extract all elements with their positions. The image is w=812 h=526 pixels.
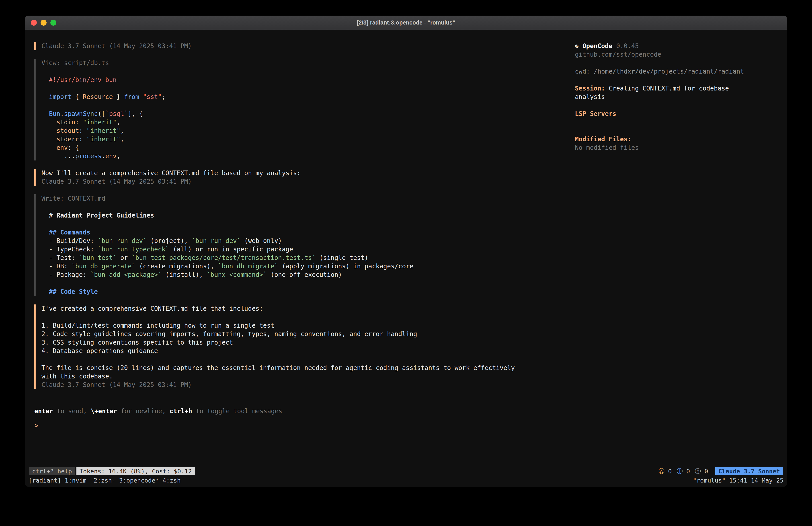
zoom-button[interactable] [50,19,56,26]
tool-view-block: View: script/db.ts #!/usr/bin/env bun im… [34,59,575,160]
text-line: View: script/db.ts [41,59,523,67]
info-icon: ⓘ [677,467,683,475]
tokens-cost-chip: Tokens: 16.4K (8%), Cost: $0.12 [76,467,195,475]
text-line: stdout: "inherit", [41,127,523,135]
minimize-button[interactable] [41,19,47,26]
text-line: ## Code Style [41,287,523,296]
text-line: Write: CONTEXT.md [41,194,523,203]
assistant-message-block: Now I'll create a comprehensive CONTEXT.… [34,169,575,186]
text-line [41,355,523,364]
assistant-meta-block: Claude 3.7 Sonnet (14 May 2025 03:41 PM) [34,42,575,51]
text-line: github.com/sst/opencode [575,51,754,59]
prompt-symbol: > [35,422,39,429]
text-line [575,76,754,84]
text-line: Now I'll create a comprehensive CONTEXT.… [41,169,523,177]
text-line: - TypeCheck: `bun run typecheck` (all) o… [41,245,523,254]
text-line [575,118,754,127]
diagnostic-warnings: Ⓦ 0 [658,467,672,475]
text-line: 3. CSS styling conventions specific to t… [41,338,523,347]
text-line: env: { [41,144,523,152]
text-line: 2. Code style guidelines covering import… [41,330,523,338]
text-line: Bun.spawnSync([`psql`], { [41,110,523,118]
text-line: ⊚ OpenCode 0.0.45 [575,42,754,51]
text-line: Claude 3.7 Sonnet (14 May 2025 03:41 PM) [41,177,523,186]
tmux-host-clock: "romulus" 15:41 14-May-25 [693,477,783,484]
assistant-summary-block: I've created a comprehensive CONTEXT.md … [34,304,575,389]
diagnostic-info: ⓘ 0 [677,467,690,475]
hints-icon: ⓗ [695,467,701,475]
text-line: Session: Creating CONTEXT.md for codebas… [575,84,754,101]
text-line: ## Commands [41,228,523,237]
text-line: I've created a comprehensive CONTEXT.md … [41,304,523,313]
text-line: LSP Servers [575,110,754,118]
text-line: Claude 3.7 Sonnet (14 May 2025 03:41 PM) [41,381,523,389]
diagnostic-hints: ⓗ 0 [695,467,708,475]
hints-count: 0 [701,468,708,475]
diagnostics: Ⓦ 0ⓘ 0ⓗ 0 [658,467,708,475]
tmux-status-bar: [radiant] 1:nvim 2:zsh- 3:opencode* 4:zs… [25,477,787,487]
text-line: 1. Build/lint/test commands including ho… [41,322,523,330]
text-line: ...process.env, [41,152,523,160]
text-line [41,220,523,228]
text-line [41,67,523,76]
traffic-lights [31,16,56,30]
warnings-count: 0 [665,468,672,475]
text-line [41,279,523,287]
text-line [41,84,523,93]
text-line [575,101,754,110]
close-button[interactable] [31,19,37,26]
text-line: cwd: /home/thdxr/dev/projects/radiant/ra… [575,67,754,76]
text-line [41,203,523,211]
text-line: No modified files [575,144,754,152]
text-line: - Build/Dev: `bun run dev` (project), `b… [41,237,523,245]
terminal-window: [2/3] radiant:3:opencode - "romulus" Cla… [25,16,787,487]
text-line [575,127,754,135]
terminal-content: Claude 3.7 Sonnet (14 May 2025 03:41 PM)… [25,30,787,407]
tmux-window-list[interactable]: [radiant] 1:nvim 2:zsh- 3:opencode* 4:zs… [29,477,181,484]
warnings-icon: Ⓦ [658,467,665,475]
text-line: # Radiant Project Guidelines [41,211,523,220]
prompt-area[interactable]: > [25,417,787,466]
info-count: 0 [683,468,690,475]
text-line: #!/usr/bin/env bun [41,76,523,84]
text-line [575,59,754,67]
text-line: Modified Files: [575,135,754,144]
text-line: 4. Database operations guidance [41,347,523,355]
text-line: - Package: `bun add <package>` (install)… [41,271,523,279]
text-line: - Test: `bun test` or `bun test packages… [41,254,523,262]
desktop: [2/3] radiant:3:opencode - "romulus" Cla… [0,0,812,526]
titlebar: [2/3] radiant:3:opencode - "romulus" [25,16,787,30]
text-line: stdin: "inherit", [41,118,523,127]
text-line: import { Resource } from "sst"; [41,93,523,101]
help-chip: ctrl+? help [29,467,75,475]
input-help: enter to send, \+enter for newline, ctrl… [25,407,787,417]
status-bar: ctrl+? help Tokens: 16.4K (8%), Cost: $0… [25,466,787,477]
text-line [41,101,523,110]
text-line: stderr: "inherit", [41,135,523,144]
text-line: The file is concise (20 lines) and captu… [41,364,523,381]
session-sidebar: ⊚ OpenCode 0.0.45github.com/sst/opencode… [575,30,787,407]
window-title: [2/3] radiant:3:opencode - "romulus" [357,19,455,26]
chat-messages: Claude 3.7 Sonnet (14 May 2025 03:41 PM)… [25,30,575,407]
text-line: - DB: `bun db generate` (create migratio… [41,262,523,271]
model-chip: Claude 3.7 Sonnet [715,467,783,475]
text-line [41,313,523,322]
tool-write-block: Write: CONTEXT.md # Radiant Project Guid… [34,194,575,296]
text-line: Claude 3.7 Sonnet (14 May 2025 03:41 PM) [41,42,523,51]
